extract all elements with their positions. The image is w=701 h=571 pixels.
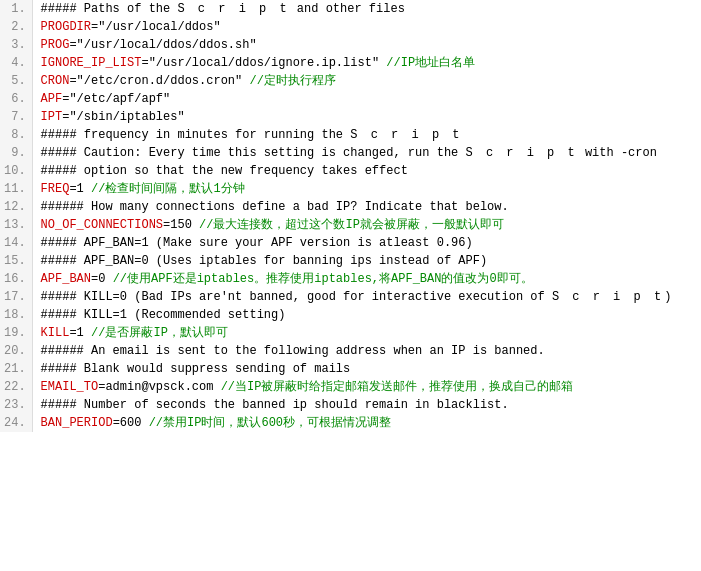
line-number: 21. [0,360,32,378]
line-content: ###### How many connections define a bad… [32,198,701,216]
line-content: APF_BAN=0 //使用APF还是iptables。推荐使用iptables… [32,270,701,288]
line-content: ##### option so that the new frequency t… [32,162,701,180]
line-content: ##### KILL=0 (Bad IPs are'nt banned, goo… [32,288,701,306]
line-number: 19. [0,324,32,342]
line-content: ##### APF_BAN=1 (Make sure your APF vers… [32,234,701,252]
line-content: IGNORE_IP_LIST="/usr/local/ddos/ignore.i… [32,54,701,72]
table-row: 3.PROG="/usr/local/ddos/ddos.sh" [0,36,701,54]
table-row: 11.FREQ=1 //检查时间间隔，默认1分钟 [0,180,701,198]
line-number: 4. [0,54,32,72]
table-row: 15.##### APF_BAN=0 (Uses iptables for ba… [0,252,701,270]
line-number: 18. [0,306,32,324]
line-number: 13. [0,216,32,234]
line-content: ###### An email is sent to the following… [32,342,701,360]
table-row: 9.##### Caution: Every time this setting… [0,144,701,162]
table-row: 18.##### KILL=1 (Recommended setting) [0,306,701,324]
code-viewer: 1.##### Paths of the S c r i p t and oth… [0,0,701,571]
table-row: 6.APF="/etc/apf/apf" [0,90,701,108]
line-number: 11. [0,180,32,198]
line-content: PROG="/usr/local/ddos/ddos.sh" [32,36,701,54]
code-table: 1.##### Paths of the S c r i p t and oth… [0,0,701,432]
line-number: 22. [0,378,32,396]
line-number: 6. [0,90,32,108]
table-row: 2.PROGDIR="/usr/local/ddos" [0,18,701,36]
line-content: ##### APF_BAN=0 (Uses iptables for banni… [32,252,701,270]
line-number: 9. [0,144,32,162]
line-number: 15. [0,252,32,270]
line-content: ##### frequency in minutes for running t… [32,126,701,144]
line-number: 7. [0,108,32,126]
line-number: 24. [0,414,32,432]
line-content: EMAIL_TO=admin@vpsck.com //当IP被屏蔽时给指定邮箱发… [32,378,701,396]
line-number: 10. [0,162,32,180]
line-content: FREQ=1 //检查时间间隔，默认1分钟 [32,180,701,198]
table-row: 16.APF_BAN=0 //使用APF还是iptables。推荐使用iptab… [0,270,701,288]
line-number: 20. [0,342,32,360]
table-row: 20.###### An email is sent to the follow… [0,342,701,360]
table-row: 24.BAN_PERIOD=600 //禁用IP时间，默认600秒，可根据情况调… [0,414,701,432]
line-content: ##### Number of seconds the banned ip sh… [32,396,701,414]
table-row: 22.EMAIL_TO=admin@vpsck.com //当IP被屏蔽时给指定… [0,378,701,396]
line-number: 5. [0,72,32,90]
table-row: 21.##### Blank would suppress sending of… [0,360,701,378]
line-content: NO_OF_CONNECTIONS=150 //最大连接数，超过这个数IP就会被… [32,216,701,234]
line-content: BAN_PERIOD=600 //禁用IP时间，默认600秒，可根据情况调整 [32,414,701,432]
line-content: KILL=1 //是否屏蔽IP，默认即可 [32,324,701,342]
line-number: 14. [0,234,32,252]
line-number: 23. [0,396,32,414]
table-row: 10.##### option so that the new frequenc… [0,162,701,180]
line-content: APF="/etc/apf/apf" [32,90,701,108]
table-row: 19.KILL=1 //是否屏蔽IP，默认即可 [0,324,701,342]
table-row: 12.###### How many connections define a … [0,198,701,216]
table-row: 14.##### APF_BAN=1 (Make sure your APF v… [0,234,701,252]
line-content: PROGDIR="/usr/local/ddos" [32,18,701,36]
line-number: 8. [0,126,32,144]
table-row: 4.IGNORE_IP_LIST="/usr/local/ddos/ignore… [0,54,701,72]
table-row: 8.##### frequency in minutes for running… [0,126,701,144]
table-row: 17.##### KILL=0 (Bad IPs are'nt banned, … [0,288,701,306]
line-content: ##### Caution: Every time this setting i… [32,144,701,162]
line-number: 3. [0,36,32,54]
table-row: 1.##### Paths of the S c r i p t and oth… [0,0,701,18]
line-number: 17. [0,288,32,306]
line-number: 12. [0,198,32,216]
line-content: ##### KILL=1 (Recommended setting) [32,306,701,324]
line-content: ##### Paths of the S c r i p t and other… [32,0,701,18]
line-number: 2. [0,18,32,36]
table-row: 13.NO_OF_CONNECTIONS=150 //最大连接数，超过这个数IP… [0,216,701,234]
table-row: 5.CRON="/etc/cron.d/ddos.cron" //定时执行程序 [0,72,701,90]
line-content: ##### Blank would suppress sending of ma… [32,360,701,378]
table-row: 7.IPT="/sbin/iptables" [0,108,701,126]
line-content: CRON="/etc/cron.d/ddos.cron" //定时执行程序 [32,72,701,90]
line-number: 1. [0,0,32,18]
line-content: IPT="/sbin/iptables" [32,108,701,126]
line-number: 16. [0,270,32,288]
table-row: 23.##### Number of seconds the banned ip… [0,396,701,414]
